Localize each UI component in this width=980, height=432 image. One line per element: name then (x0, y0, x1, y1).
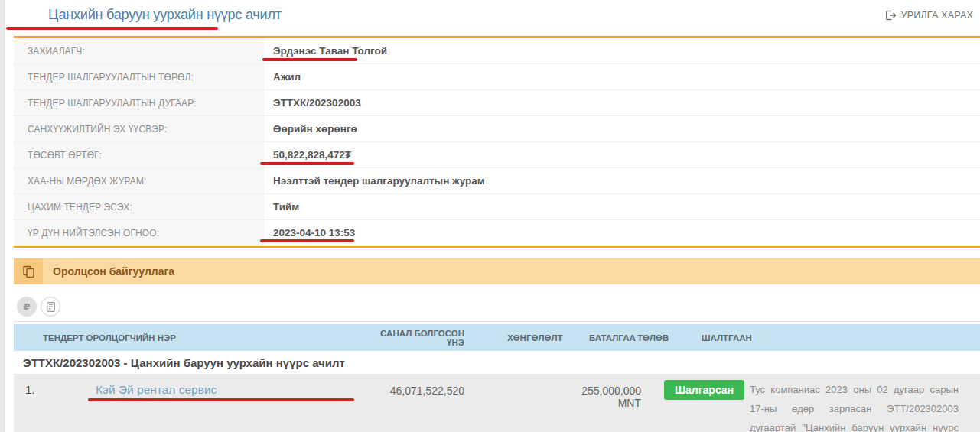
col-header-guarantee: БАТАЛГАА (570, 333, 635, 343)
detail-value: 50,822,828,472₮ (264, 142, 980, 167)
detail-value: Нээлттэй тендер шалгаруулалтын журам (264, 168, 980, 193)
detail-label: ТЕНДЕР ШАЛГАРУУЛАЛТЫН ДУГААР: (14, 90, 264, 115)
guarantee-value: 255,000,000 MNT (566, 375, 643, 409)
detail-row: ТӨСӨВТ ӨРТӨГ: 50,822,828,472₮ (14, 142, 980, 168)
page-edge-strip (0, 0, 5, 432)
detail-label: ТЕНДЕР ШАЛГАРУУЛАЛТЫН ТӨРӨЛ: (14, 64, 264, 89)
view-invitation-label: УРИЛГА ХАРАХ (901, 10, 973, 21)
export-toolbar: ₽ (17, 297, 60, 317)
participant-name-link[interactable]: Кэй Эй рентал сервис (96, 383, 217, 397)
detail-row: ХАА-НЫ МӨРДӨХ ЖУРАМ: Нээлттэй тендер шал… (14, 168, 980, 194)
red-underline-annotation (262, 58, 357, 61)
offered-price-value: 46,071,522,520 (375, 375, 470, 397)
participants-section-title: Оролцсон байгууллага (43, 258, 174, 284)
detail-row: ЗАХИАЛАГЧ: Эрдэнэс Таван Толгой (14, 38, 980, 64)
detail-value: ЭТТХК/202302003 (264, 90, 980, 115)
detail-label: ЗАХИАЛАГЧ: (14, 38, 264, 63)
detail-label: ХАА-НЫ МӨРДӨХ ЖУРАМ: (14, 168, 264, 193)
copy-icon (14, 258, 43, 284)
detail-label: САНХҮҮЖИЛТИЙН ЭХ ҮҮСВЭР: (14, 116, 264, 141)
col-header-status: ТӨЛӨВ (635, 333, 702, 343)
participants-table: ТЕНДЕРТ ОРОЛЦОГЧИЙН НЭР САНАЛ БОЛГОСОН Ү… (14, 321, 980, 432)
detail-value: Эрдэнэс Таван Толгой (264, 38, 980, 63)
detail-value: Өөрийн хөрөнгө (264, 116, 980, 141)
col-header-reason: ШАЛТГААН (702, 333, 980, 343)
detail-row: ТЕНДЕР ШАЛГАРУУЛАЛТЫН ДУГААР: ЭТТХК/2023… (14, 90, 980, 116)
table-row: 1. Кэй Эй рентал сервис 46,071,522,520 2… (14, 375, 980, 432)
p-currency-icon: ₽ (23, 301, 30, 313)
red-underline-annotation (260, 239, 354, 242)
view-invitation-link[interactable]: УРИЛГА ХАРАХ (885, 10, 973, 21)
participants-section-header: Оролцсон байгууллага (14, 258, 980, 284)
calculator-button[interactable] (41, 297, 60, 317)
tender-details-table: ЗАХИАЛАГЧ: Эрдэнэс Таван Толгой ТЕНДЕР Ш… (14, 36, 980, 248)
exit-icon (885, 10, 897, 21)
detail-value: 2023-04-10 13:53 (264, 220, 980, 246)
col-header-discount: ХӨНГӨЛӨЛТ (470, 333, 570, 343)
p-currency-button[interactable]: ₽ (17, 297, 37, 317)
detail-label: ЦАХИМ ТЕНДЕР ЭСЭХ: (14, 194, 264, 219)
tender-group-row: ЭТТХК/202302003 - Цанхийн баруун уурхайн… (14, 351, 980, 375)
detail-value: Ажил (264, 64, 980, 89)
reason-text: Тус компаниас 2023 оны 02 дугаар сарын 1… (750, 375, 966, 432)
detail-row: САНХҮҮЖИЛТИЙН ЭХ ҮҮСВЭР: Өөрийн хөрөнгө (14, 116, 980, 142)
detail-label: ҮР ДҮН НИЙТЭЛСЭН ОГНОО: (14, 220, 264, 246)
detail-row: ТЕНДЕР ШАЛГАРУУЛАЛТЫН ТӨРӨЛ: Ажил (14, 64, 980, 90)
detail-row: ЦАХИМ ТЕНДЕР ЭСЭХ: Тийм (14, 194, 980, 220)
detail-label: ТӨСӨВТ ӨРТӨГ: (14, 142, 264, 167)
detail-value: Тийм (264, 194, 980, 219)
col-header-offered-price: САНАЛ БОЛГОСОН ҮНЭ (375, 329, 470, 347)
detail-row: ҮР ДҮН НИЙТЭЛСЭН ОГНОО: 2023-04-10 13:53 (14, 220, 980, 246)
red-underline-annotation (260, 162, 354, 165)
page-title: Цанхийн баруун уурхайн нүүрс ачилт (48, 7, 282, 23)
red-underline-annotation (88, 398, 354, 401)
col-header-participant-name: ТЕНДЕРТ ОРОЛЦОГЧИЙН НЭР (14, 333, 375, 343)
row-number: 1. (25, 383, 96, 397)
calculator-icon (47, 302, 55, 312)
red-underline-annotation (6, 27, 218, 30)
status-badge: Шалгарсан (664, 380, 744, 400)
participants-table-header: ТЕНДЕРТ ОРОЛЦОГЧИЙН НЭР САНАЛ БОЛГОСОН Ү… (14, 324, 980, 351)
